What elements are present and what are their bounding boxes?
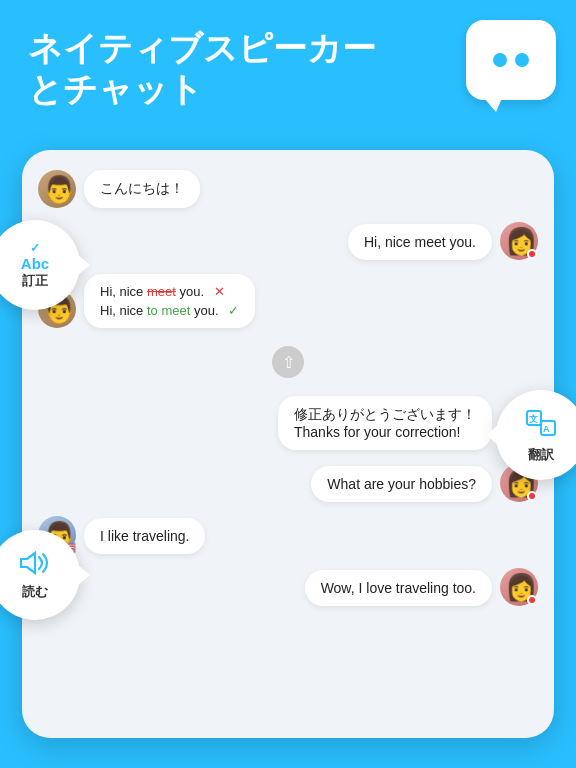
title-line1: ネイティブスピーカー <box>28 28 376 69</box>
table-row: 🇺🇸 I like traveling. <box>38 516 538 554</box>
correction-suffix: you. <box>176 284 204 299</box>
translation-feature-bubble: 文 A 翻訳 <box>496 390 576 480</box>
abc-text: Abc <box>21 255 49 272</box>
bubble-2: Hi, nice meet you. <box>348 224 492 260</box>
svg-text:文: 文 <box>529 414 538 424</box>
correction-good-suffix: you. <box>190 303 218 318</box>
bubble-1: こんにちは！ <box>84 170 200 208</box>
message-text: I like traveling. <box>100 528 189 544</box>
table-row: 修正ありがとうございます！ Thanks for your correction… <box>38 396 538 450</box>
x-mark-icon: ✕ <box>214 284 225 299</box>
table-row: Hi, nice meet you. ✕ Hi, nice to meet yo… <box>38 274 538 328</box>
abc-icon: ✓ Abc <box>21 241 49 272</box>
translation-label: 翻訳 <box>528 446 554 464</box>
robot-bubble <box>466 20 556 100</box>
up-arrow-circle[interactable]: ⇧ <box>272 346 304 378</box>
robot-dot-1 <box>493 53 507 67</box>
message-text-jp: 修正ありがとうございます！ <box>294 406 476 424</box>
correction-good-word: to meet <box>147 303 190 318</box>
translate-icon: 文 A <box>525 407 557 446</box>
speaker-icon <box>17 549 53 583</box>
table-row: Hi, nice meet you. <box>38 222 538 260</box>
correction-bubble: Hi, nice meet you. ✕ Hi, nice to meet yo… <box>84 274 255 328</box>
table-row: What are your hobbies? <box>38 464 538 502</box>
robot-dot-2 <box>515 53 529 67</box>
header-title: ネイティブスピーカー とチャット <box>28 28 376 110</box>
check-mark-icon: ✓ <box>228 303 239 318</box>
avatar <box>38 170 76 208</box>
message-text: What are your hobbies? <box>327 476 476 492</box>
red-dot <box>527 249 537 259</box>
correction-prefix: Hi, nice <box>100 284 147 299</box>
correction-good-prefix: Hi, nice <box>100 303 147 318</box>
read-label: 読む <box>22 583 48 601</box>
red-dot-4 <box>527 595 537 605</box>
bubble-7: Wow, I love traveling too. <box>305 570 492 606</box>
message-text: Hi, nice meet you. <box>364 234 476 250</box>
chat-messages: こんにちは！ Hi, nice meet you. Hi, nice meet … <box>22 150 554 626</box>
title-line2: とチャット <box>28 69 376 110</box>
chat-card: こんにちは！ Hi, nice meet you. Hi, nice meet … <box>22 150 554 738</box>
correction-good-line: Hi, nice to meet you. ✓ <box>100 303 239 318</box>
correction-wrong-line: Hi, nice meet you. ✕ <box>100 284 239 299</box>
avatar <box>500 568 538 606</box>
table-row: こんにちは！ <box>38 170 538 208</box>
message-text: Wow, I love traveling too. <box>321 580 476 596</box>
table-row: Wow, I love traveling too. <box>38 568 538 606</box>
robot-dots <box>493 53 529 67</box>
bubble-5: What are your hobbies? <box>311 466 492 502</box>
message-text-en: Thanks for your correction! <box>294 424 476 440</box>
bubble-4: 修正ありがとうございます！ Thanks for your correction… <box>278 396 492 450</box>
avatar <box>500 222 538 260</box>
up-arrow-row[interactable]: ⇧ <box>38 346 538 378</box>
message-text: こんにちは！ <box>100 180 184 196</box>
correction-label: 訂正 <box>22 272 48 290</box>
strikethrough-word: meet <box>147 284 176 299</box>
svg-text:A: A <box>543 424 550 434</box>
check-icon: ✓ <box>30 241 40 255</box>
bubble-6: I like traveling. <box>84 518 205 554</box>
red-dot-3 <box>527 491 537 501</box>
avatar-male-1 <box>38 170 76 208</box>
